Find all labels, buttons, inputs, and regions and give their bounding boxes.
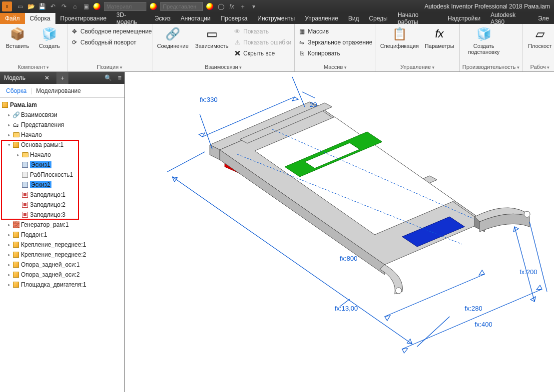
expand-icon[interactable]: ▸ bbox=[6, 282, 12, 287]
tab-inspect[interactable]: Проверка bbox=[216, 13, 253, 24]
tab-assembly[interactable]: Сборка bbox=[25, 13, 55, 24]
group-relations-label[interactable]: Взаимосвязи bbox=[155, 63, 291, 71]
tree-front1[interactable]: ▸Крепление_переднее:1 bbox=[1, 240, 123, 250]
mirror-button[interactable]: ⇋Зеркальное отражение bbox=[298, 37, 372, 48]
app-title: Autodesk Inventor Professional 2018 Рама… bbox=[425, 3, 552, 10]
free-rotate-button[interactable]: ⟳Свободный поворот bbox=[70, 37, 152, 48]
expand-icon[interactable]: ▸ bbox=[6, 252, 12, 257]
undo-icon[interactable]: ↶ bbox=[49, 2, 57, 10]
group-position-label[interactable]: Позиция bbox=[70, 63, 149, 71]
tab-environments[interactable]: Среды bbox=[364, 13, 393, 24]
expand-icon[interactable]: ▸ bbox=[6, 132, 12, 137]
expand-icon[interactable]: ▸ bbox=[15, 152, 21, 157]
appearance2-icon[interactable] bbox=[206, 2, 214, 10]
tab-electro[interactable]: Эле bbox=[533, 13, 554, 24]
appearance-combo[interactable] bbox=[160, 2, 203, 11]
material-icon[interactable] bbox=[93, 2, 101, 10]
group-productivity-label[interactable]: Производительность bbox=[463, 63, 520, 71]
fx-icon[interactable]: fx bbox=[228, 2, 236, 10]
tab-a360[interactable]: Autodesk A360 bbox=[486, 13, 533, 24]
joint-button[interactable]: 🔗 Соединение bbox=[155, 25, 190, 49]
show-errors-button[interactable]: ⚠Показать ошибки bbox=[233, 37, 291, 48]
tree-workplane1[interactable]: РабПлоскость1 bbox=[1, 170, 123, 180]
group-pattern-label[interactable]: Массив bbox=[298, 63, 372, 71]
bom-button[interactable]: 📋 Спецификация bbox=[379, 25, 420, 49]
tree-framegen[interactable]: ▸🧱Генератор_рам:1 bbox=[1, 220, 123, 230]
model-tree[interactable]: Рама.iam ▸🔗Взаимосвязи ▸🗂Представления ▸… bbox=[0, 98, 124, 392]
constrain-button[interactable]: ▭ Зависимость bbox=[193, 25, 230, 49]
place-button[interactable]: 📦 Вставить bbox=[3, 25, 32, 49]
expand-icon[interactable]: ▸ bbox=[6, 222, 12, 227]
tab-annotate[interactable]: Аннотации bbox=[176, 13, 216, 24]
tree-pallet[interactable]: ▸Поддон:1 bbox=[1, 230, 123, 240]
tree-origin[interactable]: ▸Начало bbox=[1, 130, 123, 140]
clear-icon[interactable]: ◯ bbox=[217, 2, 225, 10]
tab-3dmodel[interactable]: 3D-модель bbox=[111, 13, 149, 24]
model-browser: Модель ✕ ＋ 🔍 ≡ Сборка | Моделирование Ра… bbox=[0, 72, 125, 392]
tree-front2[interactable]: ▸Крепление_переднее:2 bbox=[1, 250, 123, 260]
tree-representations[interactable]: ▸🗂Представления bbox=[1, 120, 123, 130]
show-button[interactable]: 👁Показать bbox=[233, 26, 291, 37]
browser-add-icon[interactable]: ＋ bbox=[56, 72, 68, 84]
browser-close-icon[interactable]: ✕ bbox=[41, 74, 52, 81]
browser-tab-assembly[interactable]: Сборка bbox=[4, 86, 28, 95]
group-component-label[interactable]: Компонент bbox=[3, 63, 64, 71]
tree-flush1[interactable]: Заподлицо:1 bbox=[1, 190, 123, 200]
expand-icon[interactable]: ▸ bbox=[6, 122, 12, 127]
group-workfeat-label[interactable]: Рабоч bbox=[526, 63, 554, 71]
plane-button[interactable]: ▱ Плоскост bbox=[526, 25, 554, 49]
open-icon[interactable]: 📂 bbox=[27, 2, 35, 10]
tab-file[interactable]: Файл bbox=[0, 13, 25, 24]
pattern-button[interactable]: ▦Массив bbox=[298, 26, 372, 37]
tree-base[interactable]: ▾Основа рамы:1 bbox=[1, 140, 123, 150]
tree-rear1[interactable]: ▸Опора_задней_оси:1 bbox=[1, 260, 123, 270]
expand-icon[interactable]: ▸ bbox=[6, 232, 12, 237]
params-button[interactable]: fx Параметры bbox=[423, 25, 456, 49]
plus-icon[interactable]: ＋ bbox=[239, 2, 247, 10]
expand-icon[interactable]: ▸ bbox=[6, 242, 12, 247]
plane-label: Плоскост bbox=[528, 43, 552, 49]
plane-icon bbox=[21, 171, 29, 179]
browser-search-icon[interactable]: 🔍 bbox=[101, 74, 115, 81]
tree-flush3[interactable]: Заподлицо:3 bbox=[1, 210, 123, 220]
tree-representations-label: Представления bbox=[21, 121, 64, 128]
expand-icon[interactable]: ▸ bbox=[6, 262, 12, 267]
tree-sketch1[interactable]: Эскиз1 bbox=[1, 160, 123, 170]
qat-dropdown-icon[interactable]: ▾ bbox=[250, 2, 258, 10]
tree-pallet-label: Поддон:1 bbox=[21, 231, 47, 238]
redo-icon[interactable]: ↷ bbox=[60, 2, 68, 10]
select-icon[interactable]: ▣ bbox=[82, 2, 90, 10]
tab-sketch[interactable]: Эскиз bbox=[150, 13, 176, 24]
tree-flush2[interactable]: Заподлицо:2 bbox=[1, 200, 123, 210]
new-icon[interactable]: ▭ bbox=[16, 2, 24, 10]
tab-manage[interactable]: Управление bbox=[300, 13, 343, 24]
save-icon[interactable]: 💾 bbox=[38, 2, 46, 10]
create-button[interactable]: 🧊 Создать bbox=[35, 25, 64, 49]
tree-root[interactable]: Рама.iam bbox=[1, 100, 123, 110]
tab-addins[interactable]: Надстройки bbox=[443, 13, 486, 24]
copy-button[interactable]: ⎘Копировать bbox=[298, 48, 372, 59]
home-icon[interactable]: ⌂ bbox=[71, 2, 79, 10]
tree-sketch2[interactable]: Эскиз2 bbox=[1, 180, 123, 190]
expand-icon[interactable]: ▸ bbox=[6, 112, 12, 117]
tab-getstarted[interactable]: Начало работы bbox=[393, 13, 443, 24]
expand-icon[interactable]: ▸ bbox=[6, 272, 12, 277]
tab-view[interactable]: Вид bbox=[343, 13, 364, 24]
browser-tab-modeling[interactable]: Моделирование bbox=[34, 86, 83, 95]
tree-base-origin[interactable]: ▸Начало bbox=[1, 150, 123, 160]
free-move-button[interactable]: ✥Свободное перемещение bbox=[70, 26, 152, 37]
flush-icon bbox=[21, 201, 29, 209]
material-combo[interactable] bbox=[104, 2, 146, 11]
viewport[interactable]: fx:330 20 fx:800 fx:13,00 fx:280 fx:200 … bbox=[125, 72, 554, 392]
tree-rear2[interactable]: ▸Опора_задней_оси:2 bbox=[1, 270, 123, 280]
appearance-icon[interactable] bbox=[149, 2, 157, 10]
hide-all-button[interactable]: 🗙Скрыть все bbox=[233, 48, 291, 59]
group-manage-label[interactable]: Управление bbox=[379, 63, 456, 71]
tab-design[interactable]: Проектирование bbox=[55, 13, 112, 24]
tab-tools[interactable]: Инструменты bbox=[252, 13, 300, 24]
browser-menu-icon[interactable]: ≡ bbox=[115, 74, 124, 81]
substitute-button[interactable]: 🧊 Создать подстановку bbox=[463, 25, 506, 55]
tree-relations[interactable]: ▸🔗Взаимосвязи bbox=[1, 110, 123, 120]
collapse-icon[interactable]: ▾ bbox=[6, 142, 12, 147]
tree-engine[interactable]: ▸Площадка_двигателя:1 bbox=[1, 280, 123, 290]
